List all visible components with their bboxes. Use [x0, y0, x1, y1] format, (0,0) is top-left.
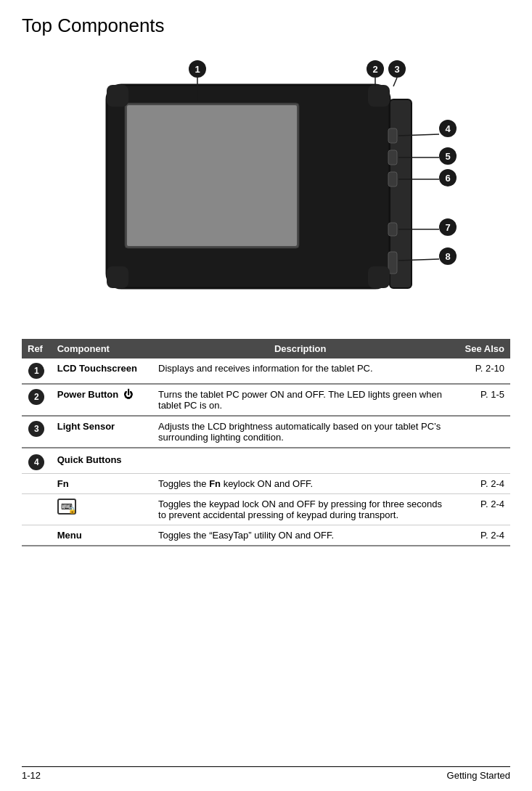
svg-rect-10: [368, 85, 390, 107]
svg-text:6: 6: [445, 173, 450, 184]
keypad-lock-icon: ⌨🔒: [57, 499, 76, 515]
sub-label-fn: Fn: [52, 474, 152, 494]
table-row: 1 LCD Touchscreen Displays and receives …: [22, 358, 510, 384]
table-row: 4 Quick Buttons: [22, 448, 510, 474]
see-also-menu: P. 2-4: [448, 525, 510, 546]
desc-fn: Toggles the Fn keylock ON and OFF.: [152, 474, 448, 494]
table-row: Fn Toggles the Fn keylock ON and OFF. P.…: [22, 474, 510, 494]
desc-qb: [152, 448, 448, 474]
sub-label-menu: Menu: [52, 525, 152, 546]
ref-cell-fn: [22, 474, 52, 494]
svg-rect-2: [127, 105, 297, 246]
page-title: Top Components: [22, 15, 510, 37]
component-name-lcd: LCD Touchscreen: [52, 358, 152, 384]
sub-label-kp: ⌨🔒: [52, 494, 152, 525]
see-also-light: [448, 416, 510, 448]
svg-text:1: 1: [195, 64, 200, 75]
desc-light: Adjusts the LCD brightness automatically…: [152, 416, 448, 448]
svg-rect-6: [388, 172, 397, 187]
desc-power: Turns the tablet PC power ON and OFF. Th…: [152, 384, 448, 416]
ref-cell-1: 1: [22, 358, 52, 384]
header-description: Description: [152, 339, 448, 358]
component-name-light: Light Sensor: [52, 416, 152, 448]
table-row: 2 Power Button ⏻ Turns the tablet PC pow…: [22, 384, 510, 416]
ref-cell-kp: [22, 494, 52, 525]
svg-rect-4: [388, 128, 397, 143]
ref-cell-2: 2: [22, 384, 52, 416]
ref-badge-4: 4: [28, 454, 44, 470]
footer-section-title: Getting Started: [447, 770, 510, 781]
page-footer: 1-12 Getting Started: [22, 766, 510, 781]
ref-cell-menu: [22, 525, 52, 546]
svg-line-21: [393, 78, 397, 86]
ref-badge-3: 3: [28, 421, 44, 437]
component-label-power: Power Button: [57, 389, 119, 400]
svg-text:7: 7: [445, 222, 450, 233]
desc-menu: Toggles the “EasyTap” utility ON and OFF…: [152, 525, 448, 546]
svg-rect-12: [368, 266, 390, 288]
ref-cell-3: 3: [22, 416, 52, 448]
see-also-lcd: P. 2-10: [448, 358, 510, 384]
see-also-kp: P. 2-4: [448, 494, 510, 525]
device-image: 1 2 3 4 5 6 7: [22, 49, 510, 324]
svg-rect-7: [388, 223, 397, 236]
footer-page-number: 1-12: [22, 770, 41, 781]
power-icon: ⏻: [123, 389, 133, 400]
see-also-qb: [448, 448, 510, 474]
svg-rect-9: [107, 85, 128, 107]
component-name-power: Power Button ⏻: [52, 384, 152, 416]
svg-rect-5: [388, 150, 397, 165]
svg-text:2: 2: [372, 64, 377, 75]
header-component: Component: [52, 339, 152, 358]
svg-text:8: 8: [445, 251, 450, 262]
components-table: Ref Component Description See Also 1 LCD…: [22, 339, 510, 546]
svg-text:3: 3: [394, 64, 399, 75]
header-see-also: See Also: [448, 339, 510, 358]
ref-badge-1: 1: [28, 363, 44, 379]
page-container: Top Components: [0, 0, 532, 575]
see-also-power: P. 1-5: [448, 384, 510, 416]
svg-text:4: 4: [445, 123, 451, 134]
svg-rect-8: [388, 252, 397, 274]
component-name-qb: Quick Buttons: [52, 448, 152, 474]
ref-cell-4: 4: [22, 448, 52, 474]
header-ref: Ref: [22, 339, 52, 358]
table-row: 3 Light Sensor Adjusts the LCD brightnes…: [22, 416, 510, 448]
desc-kp: Toggles the keypad lock ON and OFF by pr…: [152, 494, 448, 525]
device-svg: 1 2 3 4 5 6 7: [63, 56, 470, 317]
see-also-fn: P. 2-4: [448, 474, 510, 494]
svg-text:5: 5: [445, 151, 450, 162]
desc-lcd: Displays and receives information for th…: [152, 358, 448, 384]
table-row: Menu Toggles the “EasyTap” utility ON an…: [22, 525, 510, 546]
svg-rect-11: [107, 266, 128, 288]
ref-badge-2: 2: [28, 389, 44, 405]
table-row: ⌨🔒 Toggles the keypad lock ON and OFF by…: [22, 494, 510, 525]
